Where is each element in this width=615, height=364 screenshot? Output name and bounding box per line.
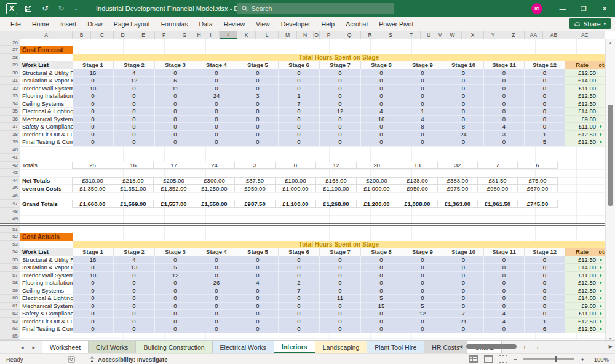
grid-cell[interactable] — [20, 241, 73, 249]
search-input[interactable]: Search — [237, 3, 394, 14]
hours-cell[interactable]: 0 — [320, 69, 361, 77]
stage-header[interactable]: Stage 8 — [361, 248, 402, 256]
hours-cell[interactable]: 0 — [525, 303, 565, 311]
hours-cell[interactable]: 0 — [361, 272, 402, 280]
totals-value[interactable]: 13 — [397, 162, 438, 170]
column-header-R[interactable]: R — [361, 31, 379, 39]
rate-cell[interactable]: £9.00 — [565, 116, 599, 124]
sheet-tab-interiors[interactable]: Interiors — [274, 341, 315, 354]
total-cell[interactable] — [599, 116, 605, 124]
hours-cell[interactable]: 4 — [114, 69, 155, 77]
hours-cell[interactable]: 24 — [196, 92, 237, 100]
hours-cell[interactable]: 0 — [114, 272, 155, 280]
hours-cell[interactable]: 0 — [73, 108, 114, 116]
hours-cell[interactable]: 0 — [237, 85, 279, 93]
hours-cell[interactable]: 10 — [73, 85, 114, 93]
totals-value[interactable]: £300.00 — [194, 177, 235, 185]
hours-cell[interactable]: 0 — [484, 77, 525, 85]
totals-value[interactable]: £1,350.00 — [72, 184, 113, 192]
hours-cell[interactable]: 0 — [443, 77, 484, 85]
hours-cell[interactable]: 12 — [320, 108, 361, 116]
totals-value[interactable]: £980.00 — [477, 184, 518, 192]
hours-cell[interactable]: 0 — [73, 92, 114, 100]
hours-cell[interactable]: 5 — [402, 303, 443, 311]
hours-cell[interactable]: 0 — [484, 264, 525, 272]
ribbon-tab-power-pivot[interactable]: Power Pivot — [373, 18, 419, 30]
hours-cell[interactable]: 0 — [443, 264, 484, 272]
rate-cell[interactable]: £12.50 — [565, 318, 599, 326]
hours-cell[interactable]: 1 — [525, 318, 565, 326]
ribbon-tab-developer[interactable]: Developer — [276, 18, 316, 30]
column-header-J[interactable]: J — [220, 31, 237, 39]
hours-cell[interactable]: 0 — [114, 108, 155, 116]
spreadsheet-grid[interactable]: 2627Cost Forecast28Total Hours Spent on … — [0, 39, 605, 340]
row-number[interactable]: 45 — [0, 184, 20, 192]
hours-cell[interactable]: 0 — [196, 325, 237, 333]
restore-icon[interactable]: ❐ — [573, 0, 594, 17]
stage-header[interactable]: Stage 9 — [402, 248, 443, 256]
totals-value[interactable]: £1,660.00 — [72, 200, 113, 208]
work-item[interactable]: Flooring Installation — [20, 279, 73, 287]
hours-cell[interactable]: 0 — [155, 279, 196, 287]
totals-value[interactable]: 8 — [275, 162, 316, 170]
row-number[interactable]: 40 — [0, 146, 20, 154]
stage-header[interactable]: Stage 6 — [279, 61, 320, 69]
work-item[interactable]: Ceiling Systems — [20, 287, 73, 295]
hours-cell[interactable]: 0 — [484, 303, 525, 311]
stage-header[interactable]: Stage 12 — [525, 61, 565, 69]
row-number[interactable]: 37 — [0, 123, 20, 131]
stage-header[interactable]: Stage 2 — [114, 61, 155, 69]
hours-cell[interactable]: 0 — [237, 131, 279, 139]
rate-cell[interactable]: £14.00 — [565, 264, 599, 272]
hours-cell[interactable]: 7 — [443, 310, 484, 318]
hours-cell[interactable]: 0 — [114, 279, 155, 287]
hours-cell[interactable]: 0 — [361, 100, 402, 108]
hours-cell[interactable]: 0 — [73, 123, 114, 131]
hours-cell[interactable]: 0 — [114, 325, 155, 333]
hours-cell[interactable]: 0 — [443, 116, 484, 124]
rate-header[interactable]: Rate — [565, 248, 599, 256]
hours-cell[interactable]: 16 — [73, 256, 114, 264]
hours-cell[interactable]: 0 — [402, 264, 443, 272]
hours-cell[interactable]: 0 — [155, 138, 196, 146]
row-number[interactable]: 26 — [0, 39, 20, 46]
hours-cell[interactable]: 0 — [73, 131, 114, 139]
total-cell[interactable] — [599, 279, 605, 287]
totals-value[interactable]: 20 — [356, 162, 397, 170]
normal-view-icon[interactable] — [469, 355, 478, 363]
rate-cell[interactable]: £11.00 — [565, 272, 599, 280]
hours-cell[interactable]: 0 — [361, 85, 402, 93]
hours-cell[interactable]: 5 — [361, 295, 402, 303]
hours-cell[interactable]: 1 — [525, 131, 565, 139]
hours-cell[interactable]: 5 — [525, 138, 565, 146]
banner-total-hours[interactable]: Total Hours Spent on Stage — [73, 54, 605, 62]
row-number[interactable]: 42 — [0, 162, 20, 170]
hours-cell[interactable]: 0 — [361, 77, 402, 85]
totals-value[interactable]: £37.50 — [234, 177, 276, 185]
stage-header[interactable]: Stage 12 — [525, 248, 565, 256]
hours-cell[interactable]: 3 — [484, 131, 525, 139]
total-header[interactable]: Total — [599, 248, 605, 256]
work-item[interactable]: Ceiling Systems — [20, 100, 73, 108]
row-number[interactable]: 58 — [0, 279, 20, 287]
totals-value[interactable]: 6 — [517, 162, 558, 170]
column-header-N[interactable]: N — [297, 31, 314, 39]
hours-cell[interactable]: 0 — [114, 318, 155, 326]
column-header-S[interactable]: S — [379, 31, 402, 39]
hours-cell[interactable]: 0 — [525, 310, 565, 318]
hours-cell[interactable]: 0 — [237, 318, 279, 326]
hours-cell[interactable]: 0 — [196, 138, 237, 146]
hours-cell[interactable]: 12 — [114, 77, 155, 85]
hours-cell[interactable]: 0 — [73, 310, 114, 318]
rate-cell[interactable]: £12.50 — [565, 287, 599, 295]
hours-cell[interactable]: 0 — [73, 100, 114, 108]
zoom-slider-thumb[interactable] — [555, 356, 557, 362]
hours-cell[interactable]: 0 — [320, 131, 361, 139]
hours-cell[interactable]: 4 — [361, 108, 402, 116]
column-header-M[interactable]: M — [279, 31, 297, 39]
hours-cell[interactable]: 0 — [361, 318, 402, 326]
rate-cell[interactable]: £11.00 — [565, 85, 599, 93]
hours-cell[interactable]: 0 — [114, 287, 155, 295]
total-cell[interactable] — [599, 85, 605, 93]
sheet-tab-plant-tool-hire[interactable]: Plant Tool Hire — [367, 341, 424, 354]
